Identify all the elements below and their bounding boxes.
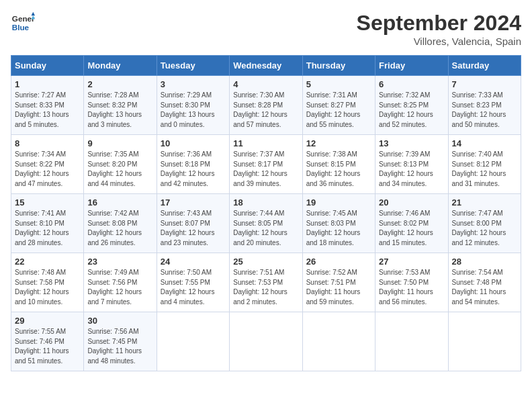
day-info: Sunrise: 7:34 AMSunset: 8:22 PMDaylight:… <box>15 150 80 189</box>
day-number: 10 <box>161 138 226 148</box>
calendar-cell: 30Sunrise: 7:56 AMSunset: 7:45 PMDayligh… <box>84 312 157 371</box>
calendar-cell: 4Sunrise: 7:30 AMSunset: 8:28 PMDaylight… <box>230 76 302 135</box>
calendar-cell <box>448 312 521 371</box>
day-info: Sunrise: 7:37 AMSunset: 8:17 PMDaylight:… <box>233 150 298 189</box>
col-tuesday: Tuesday <box>157 56 229 76</box>
title-block: September 2024 Villores, Valencia, Spain <box>357 11 521 47</box>
calendar-cell: 11Sunrise: 7:37 AMSunset: 8:17 PMDayligh… <box>230 135 302 194</box>
day-info: Sunrise: 7:45 AMSunset: 8:03 PMDaylight:… <box>306 209 371 248</box>
day-info: Sunrise: 7:44 AMSunset: 8:05 PMDaylight:… <box>233 209 298 248</box>
col-monday: Monday <box>84 56 157 76</box>
calendar-cell <box>230 312 302 371</box>
day-info: Sunrise: 7:53 AMSunset: 7:50 PMDaylight:… <box>379 268 444 307</box>
calendar-cell: 27Sunrise: 7:53 AMSunset: 7:50 PMDayligh… <box>375 253 448 312</box>
day-number: 30 <box>87 316 152 326</box>
calendar-row: 15Sunrise: 7:41 AMSunset: 8:10 PMDayligh… <box>11 194 521 253</box>
calendar-table: Sunday Monday Tuesday Wednesday Thursday… <box>11 55 521 371</box>
day-number: 9 <box>87 138 152 148</box>
day-info: Sunrise: 7:42 AMSunset: 8:08 PMDaylight:… <box>87 209 152 248</box>
day-number: 14 <box>452 138 517 148</box>
day-info: Sunrise: 7:33 AMSunset: 8:23 PMDaylight:… <box>452 91 517 130</box>
col-saturday: Saturday <box>448 56 521 76</box>
day-number: 2 <box>87 79 152 89</box>
day-number: 28 <box>452 257 517 267</box>
day-number: 19 <box>306 197 371 208</box>
calendar-cell: 22Sunrise: 7:48 AMSunset: 7:58 PMDayligh… <box>11 253 84 312</box>
logo: General Blue <box>11 11 35 35</box>
calendar-cell: 17Sunrise: 7:43 AMSunset: 8:07 PMDayligh… <box>157 194 229 253</box>
day-info: Sunrise: 7:55 AMSunset: 7:46 PMDaylight:… <box>15 327 80 366</box>
calendar-row: 8Sunrise: 7:34 AMSunset: 8:22 PMDaylight… <box>11 135 521 194</box>
calendar-cell: 12Sunrise: 7:38 AMSunset: 8:15 PMDayligh… <box>302 135 375 194</box>
day-number: 20 <box>379 197 444 208</box>
day-number: 13 <box>379 138 444 148</box>
calendar-row: 22Sunrise: 7:48 AMSunset: 7:58 PMDayligh… <box>11 253 521 312</box>
page-header: General Blue September 2024 Villores, Va… <box>11 11 521 47</box>
day-number: 29 <box>15 316 80 326</box>
col-sunday: Sunday <box>11 56 84 76</box>
calendar-cell <box>302 312 375 371</box>
day-info: Sunrise: 7:50 AMSunset: 7:55 PMDaylight:… <box>161 268 226 307</box>
calendar-header-row: Sunday Monday Tuesday Wednesday Thursday… <box>11 56 521 76</box>
day-info: Sunrise: 7:32 AMSunset: 8:25 PMDaylight:… <box>379 91 444 130</box>
logo-icon: General Blue <box>11 11 35 35</box>
day-info: Sunrise: 7:46 AMSunset: 8:02 PMDaylight:… <box>379 209 444 248</box>
day-info: Sunrise: 7:49 AMSunset: 7:56 PMDaylight:… <box>87 268 152 307</box>
calendar-cell: 9Sunrise: 7:35 AMSunset: 8:20 PMDaylight… <box>84 135 157 194</box>
day-number: 21 <box>452 197 517 208</box>
day-info: Sunrise: 7:29 AMSunset: 8:30 PMDaylight:… <box>161 91 226 130</box>
day-info: Sunrise: 7:31 AMSunset: 8:27 PMDaylight:… <box>306 91 371 130</box>
day-info: Sunrise: 7:36 AMSunset: 8:18 PMDaylight:… <box>161 150 226 189</box>
day-info: Sunrise: 7:40 AMSunset: 8:12 PMDaylight:… <box>452 150 517 189</box>
calendar-cell: 21Sunrise: 7:47 AMSunset: 8:00 PMDayligh… <box>448 194 521 253</box>
day-info: Sunrise: 7:27 AMSunset: 8:33 PMDaylight:… <box>15 91 80 130</box>
day-info: Sunrise: 7:41 AMSunset: 8:10 PMDaylight:… <box>15 209 80 248</box>
col-friday: Friday <box>375 56 448 76</box>
calendar-row: 1Sunrise: 7:27 AMSunset: 8:33 PMDaylight… <box>11 76 521 135</box>
day-info: Sunrise: 7:39 AMSunset: 8:13 PMDaylight:… <box>379 150 444 189</box>
calendar-cell: 23Sunrise: 7:49 AMSunset: 7:56 PMDayligh… <box>84 253 157 312</box>
day-number: 4 <box>233 79 298 89</box>
day-number: 3 <box>161 79 226 89</box>
calendar-cell: 20Sunrise: 7:46 AMSunset: 8:02 PMDayligh… <box>375 194 448 253</box>
calendar-cell: 25Sunrise: 7:51 AMSunset: 7:53 PMDayligh… <box>230 253 302 312</box>
day-info: Sunrise: 7:38 AMSunset: 8:15 PMDaylight:… <box>306 150 371 189</box>
calendar-cell: 8Sunrise: 7:34 AMSunset: 8:22 PMDaylight… <box>11 135 84 194</box>
calendar-cell: 13Sunrise: 7:39 AMSunset: 8:13 PMDayligh… <box>375 135 448 194</box>
calendar-cell: 2Sunrise: 7:28 AMSunset: 8:32 PMDaylight… <box>84 76 157 135</box>
day-number: 17 <box>161 197 226 208</box>
calendar-cell <box>375 312 448 371</box>
month-title: September 2024 <box>357 11 521 36</box>
svg-text:Blue: Blue <box>12 23 30 32</box>
day-info: Sunrise: 7:51 AMSunset: 7:53 PMDaylight:… <box>233 268 298 307</box>
day-info: Sunrise: 7:47 AMSunset: 8:00 PMDaylight:… <box>452 209 517 248</box>
col-wednesday: Wednesday <box>230 56 302 76</box>
day-number: 27 <box>379 257 444 267</box>
calendar-cell: 15Sunrise: 7:41 AMSunset: 8:10 PMDayligh… <box>11 194 84 253</box>
day-number: 26 <box>306 257 371 267</box>
calendar-cell: 10Sunrise: 7:36 AMSunset: 8:18 PMDayligh… <box>157 135 229 194</box>
day-info: Sunrise: 7:43 AMSunset: 8:07 PMDaylight:… <box>161 209 226 248</box>
day-info: Sunrise: 7:52 AMSunset: 7:51 PMDaylight:… <box>306 268 371 307</box>
day-number: 15 <box>15 197 80 208</box>
day-number: 7 <box>452 79 517 89</box>
calendar-cell: 18Sunrise: 7:44 AMSunset: 8:05 PMDayligh… <box>230 194 302 253</box>
calendar-cell: 5Sunrise: 7:31 AMSunset: 8:27 PMDaylight… <box>302 76 375 135</box>
day-info: Sunrise: 7:56 AMSunset: 7:45 PMDaylight:… <box>87 327 152 366</box>
day-number: 8 <box>15 138 80 148</box>
day-info: Sunrise: 7:28 AMSunset: 8:32 PMDaylight:… <box>87 91 152 130</box>
day-number: 11 <box>233 138 298 148</box>
day-info: Sunrise: 7:30 AMSunset: 8:28 PMDaylight:… <box>233 91 298 130</box>
calendar-row: 29Sunrise: 7:55 AMSunset: 7:46 PMDayligh… <box>11 312 521 371</box>
day-number: 24 <box>161 257 226 267</box>
day-info: Sunrise: 7:35 AMSunset: 8:20 PMDaylight:… <box>87 150 152 189</box>
day-number: 12 <box>306 138 371 148</box>
calendar-cell: 14Sunrise: 7:40 AMSunset: 8:12 PMDayligh… <box>448 135 521 194</box>
day-number: 16 <box>87 197 152 208</box>
day-number: 22 <box>15 257 80 267</box>
day-number: 25 <box>233 257 298 267</box>
calendar-cell: 26Sunrise: 7:52 AMSunset: 7:51 PMDayligh… <box>302 253 375 312</box>
calendar-cell: 29Sunrise: 7:55 AMSunset: 7:46 PMDayligh… <box>11 312 84 371</box>
calendar-cell <box>157 312 229 371</box>
calendar-cell: 19Sunrise: 7:45 AMSunset: 8:03 PMDayligh… <box>302 194 375 253</box>
